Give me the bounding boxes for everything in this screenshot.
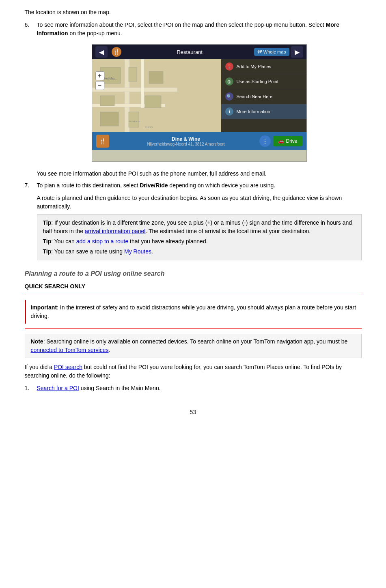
online-step-1-body: Search for a POI using Search in the Mai… [37, 384, 362, 393]
search-for-poi-link[interactable]: Search for a POI [37, 385, 79, 391]
add-stop-link[interactable]: add a stop to a route [76, 238, 128, 245]
connected-services-link[interactable]: connected to TomTom services [31, 347, 109, 353]
screenshot-container: ◀ 🍴 Restaurant 🗺 Whole map ▶ [37, 44, 362, 163]
hr-divider-2 [25, 328, 362, 329]
my-routes-link[interactable]: My Routes [124, 248, 151, 255]
ss-poi-address: Nijverheidsweg-Noord 41, 3812 Amersfoort [112, 142, 260, 146]
svg-rect-2 [92, 88, 177, 92]
svg-rect-11 [145, 96, 161, 108]
svg-rect-7 [149, 71, 163, 84]
ss-category-icon: 🍴 [112, 47, 121, 57]
ss-search-near-here: 🔍 Search Near Here [221, 89, 306, 104]
ss-more-information: ℹ More Information [221, 104, 306, 119]
svg-text:528/E5: 528/E5 [145, 126, 153, 129]
ss-back-btn: ◀ [95, 46, 108, 58]
svg-rect-10 [129, 112, 139, 127]
svg-rect-4 [141, 59, 144, 108]
ss-bottom-bar: 🍴 Dine & Wine Nijverheidsweg-Noord 41, 3… [92, 132, 306, 150]
step-6-body: To see more information about the POI, s… [37, 21, 362, 38]
online-step-1-num: 1. [25, 384, 37, 393]
ss-whole-map-btn: 🗺 Whole map [254, 48, 289, 56]
step-7-num: 7. [25, 181, 37, 190]
svg-text:Het Mas...: Het Mas... [104, 77, 117, 80]
arrival-info-panel-link[interactable]: arrival information panel [85, 228, 145, 234]
tip-box: Tip: If your destination is in a differe… [37, 214, 362, 260]
ss-add-to-my-places: 📍 Add to My Places [221, 59, 306, 74]
poi-search-link[interactable]: POI search [54, 364, 82, 370]
ss-poi-info: Dine & Wine Nijverheidsweg-Noord 41, 381… [112, 136, 260, 146]
step-7: 7. To plan a route to this destination, … [25, 181, 362, 190]
ss-restaurant-label: Restaurant [125, 49, 254, 55]
step-6: 6. To see more information about the POI… [25, 21, 362, 38]
ss-add-places-icon: 📍 [225, 62, 233, 71]
screenshot-image: ◀ 🍴 Restaurant 🗺 Whole map ▶ [92, 44, 307, 162]
online-step-1: 1. Search for a POI using Search in the … [25, 384, 362, 393]
ss-menu-panel: 📍 Add to My Places ◎ Use as Starting Poi… [221, 59, 306, 132]
ss-poi-name: Dine & Wine [112, 136, 260, 142]
ss-options-btn: ⋮ [259, 135, 271, 147]
intro-para: The location is shown on the map. [25, 8, 362, 17]
tip-2: Tip: You can add a stop to a route that … [43, 237, 356, 246]
section-heading: Planning a route to a POI using online s… [25, 270, 362, 277]
tip-1: Tip: If your destination is in a differe… [43, 219, 356, 236]
note-box: Note: Searching online is only available… [25, 334, 362, 358]
after-screenshot-para: You see more information about the POI s… [37, 170, 362, 178]
ss-starting-point-icon: ◎ [225, 77, 233, 86]
svg-rect-8 [100, 96, 114, 106]
svg-text:Kruiskamp: Kruiskamp [129, 120, 140, 122]
important-box: Important: In the interest of safety and… [25, 300, 362, 324]
online-search-intro: If you did a POI search but could not fi… [25, 363, 362, 380]
svg-rect-6 [129, 67, 137, 82]
ss-zoom-out: − [95, 81, 104, 90]
ss-map-area: Het Mas... Kruiskamp 528/E5 + − 📍 Add to… [92, 59, 306, 132]
step-7-sub-para: A route is planned and then guidance to … [37, 194, 362, 211]
tip-3: Tip: You can save a route using My Route… [43, 247, 356, 256]
ss-more-info-icon: ℹ [225, 107, 233, 116]
page-number: 53 [24, 409, 362, 415]
step-7-body: To plan a route to this destination, sel… [37, 181, 362, 190]
ss-drive-btn: 🚗 Drive [273, 136, 302, 146]
svg-rect-9 [100, 112, 119, 126]
ss-use-as-starting-point: ◎ Use as Starting Point [221, 74, 306, 89]
hr-divider [25, 295, 362, 295]
ss-zoom-in: + [95, 71, 104, 80]
subsection-heading: QUICK SEARCH ONLY [25, 282, 362, 291]
ss-poi-bottom-icon: 🍴 [96, 135, 109, 148]
ss-fwd-btn: ▶ [291, 46, 303, 58]
screenshot-top-bar: ◀ 🍴 Restaurant 🗺 Whole map ▶ [92, 45, 306, 59]
ss-zoom-controls: + − [95, 71, 104, 90]
step-6-num: 6. [25, 21, 37, 38]
ss-search-near-icon: 🔍 [225, 92, 233, 101]
